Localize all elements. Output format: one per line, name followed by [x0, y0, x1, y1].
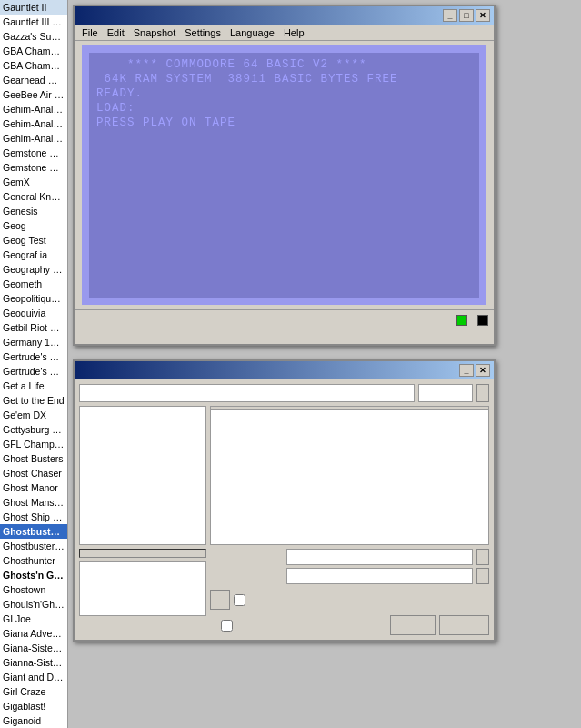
- screen-line: READY.: [96, 87, 472, 100]
- joystick-led: [477, 315, 488, 326]
- sidebar-item[interactable]: Gertrude's Puzzles: [0, 349, 67, 364]
- screen-line: PRESS PLAY ON TAPE: [96, 116, 472, 129]
- tape-led: [456, 315, 467, 326]
- sidebar-item[interactable]: Gianna-Sisters G...: [0, 655, 67, 670]
- sidebar-item[interactable]: GBA Championship Ba...: [0, 58, 67, 73]
- filter-input[interactable]: [418, 384, 473, 402]
- file-list[interactable]: [210, 406, 489, 545]
- images-list[interactable]: [79, 561, 206, 616]
- cancel-button[interactable]: [439, 615, 489, 635]
- sidebar-item[interactable]: Ghost Busters: [0, 451, 67, 466]
- sidebar-item[interactable]: Giganoid: [0, 713, 67, 728]
- sidebar-item[interactable]: GI Joe: [0, 612, 67, 626]
- apply-checkbox[interactable]: [221, 620, 233, 632]
- sidebar-item[interactable]: Ghostbusters: [0, 524, 67, 539]
- sidebar-item[interactable]: Ghouls'n'Ghosts: [0, 597, 67, 612]
- game-list[interactable]: Gauntlet IIGauntlet III - The Final...Ga…: [0, 0, 68, 728]
- sidebar-item[interactable]: Geograf ia: [0, 248, 67, 262]
- sidebar-item[interactable]: Ghost Ship [Preview]: [0, 510, 67, 524]
- clear-button[interactable]: [476, 549, 489, 565]
- sidebar-item[interactable]: Giana Adventure...: [0, 626, 67, 641]
- sidebar-item[interactable]: Get a Life: [0, 379, 67, 393]
- file-list-header: [211, 407, 488, 410]
- selector-close-button[interactable]: ✕: [476, 364, 490, 377]
- maximize-button[interactable]: □: [459, 9, 474, 22]
- sidebar-item[interactable]: Geometh: [0, 277, 67, 291]
- change-button[interactable]: [476, 568, 489, 584]
- vice-menubar: FileEditSnapshotSettingsLanguageHelp: [75, 25, 494, 41]
- sidebar-item[interactable]: Geography Quiz: [0, 262, 67, 277]
- sidebar-item[interactable]: Gettysburg - The Turnin...: [0, 422, 67, 437]
- sidebar-item[interactable]: General Knowledge Bui...: [0, 189, 67, 204]
- sidebar-item[interactable]: Ghost Chaser: [0, 466, 67, 480]
- sidebar-item[interactable]: Genesis: [0, 204, 67, 218]
- bottom-section: [79, 549, 489, 635]
- t64-info-box: [79, 549, 206, 558]
- sidebar-item[interactable]: Ghost Mansion II: [0, 495, 67, 510]
- sidebar-item[interactable]: Gearhead Garage BASI...: [0, 73, 67, 87]
- qemus-checkbox[interactable]: [234, 594, 245, 606]
- joystick-indicator: [475, 315, 488, 326]
- runnable-file-row: [210, 568, 489, 584]
- sidebar-item[interactable]: Geoquivia: [0, 306, 67, 320]
- sidebar-item[interactable]: Geog: [0, 218, 67, 233]
- left-bottom-panel: [79, 549, 206, 635]
- sidebar-item[interactable]: Gemstone Healer: [0, 146, 67, 160]
- action-buttons-row: [210, 590, 489, 610]
- sidebar-item[interactable]: Ge'em DX: [0, 408, 67, 422]
- sidebar-item[interactable]: Gauntlet II: [0, 0, 67, 15]
- selected-file-input[interactable]: [286, 549, 473, 565]
- sidebar-item[interactable]: Ghostown: [0, 582, 67, 597]
- selector-minimize-button[interactable]: _: [459, 364, 474, 377]
- sidebar-item[interactable]: Gigablast!: [0, 699, 67, 713]
- sidebar-item[interactable]: Getbil Riot of 67, The: [0, 320, 67, 335]
- sidebar-item[interactable]: Giana-Sisters 3D...: [0, 641, 67, 655]
- sidebar-item[interactable]: Germany 1985 - When...: [0, 335, 67, 349]
- c64-display: **** COMMODORE 64 BASIC V2 **** 64K RAM …: [89, 53, 479, 298]
- path-input[interactable]: [79, 384, 415, 402]
- sidebar-item[interactable]: Ghost Manor: [0, 480, 67, 495]
- sidebar-item[interactable]: Girl Craze: [0, 684, 67, 699]
- vice-menu-item[interactable]: Help: [280, 26, 308, 39]
- vice-menu-item[interactable]: Language: [226, 26, 278, 39]
- vice-menu-item[interactable]: Snapshot: [130, 26, 179, 39]
- sidebar-item[interactable]: Gazza's Super Soccer: [0, 29, 67, 44]
- sidebar-item[interactable]: Ghosts'n Gob...: [0, 568, 67, 582]
- sidebar-item[interactable]: Geog Test: [0, 233, 67, 248]
- main-content: [79, 406, 489, 545]
- selector-titlebar: _ ✕: [75, 361, 494, 379]
- sidebar-item[interactable]: Gemstone Warrior: [0, 160, 67, 175]
- sidebar-item[interactable]: Ghosthunter: [0, 553, 67, 568]
- sidebar-item[interactable]: Geopolitique 1990: [0, 291, 67, 306]
- sidebar-item[interactable]: GFL Championship Foo...: [0, 437, 67, 451]
- sidebar-item[interactable]: Gehim-Analyse II: [0, 116, 67, 131]
- sidebar-item[interactable]: Gertrude's Secrets: [0, 364, 67, 379]
- folder-tree[interactable]: [79, 406, 206, 545]
- right-bottom-panel: [210, 549, 489, 635]
- sidebar-item[interactable]: Gehim-Analyse: [0, 102, 67, 116]
- selector-body: [75, 379, 494, 640]
- sidebar-item[interactable]: Gehim-Analyse III: [0, 131, 67, 146]
- vice-menu-item[interactable]: Settings: [181, 26, 225, 39]
- sidebar-item[interactable]: GeeBee Air Rally: [0, 87, 67, 102]
- ok-button[interactable]: [390, 615, 436, 635]
- selector-window: _ ✕: [73, 359, 496, 642]
- vice-menu-item[interactable]: Edit: [104, 26, 128, 39]
- sidebar-item[interactable]: Get to the End: [0, 393, 67, 408]
- sidebar-item[interactable]: Giant and Dwarf: [0, 670, 67, 684]
- vice-menu-item[interactable]: File: [78, 26, 102, 39]
- sidebar-item[interactable]: Ghostbusters II: [0, 539, 67, 553]
- screen-line: 64K RAM SYSTEM 38911 BASIC BYTES FREE: [96, 73, 472, 86]
- tape-indicator: [448, 315, 467, 326]
- sidebar-item[interactable]: GemX: [0, 175, 67, 189]
- sidebar-item[interactable]: GBA Championship Ba...: [0, 44, 67, 58]
- test-button[interactable]: [210, 590, 230, 610]
- refresh-button[interactable]: [476, 384, 489, 402]
- sidebar-item[interactable]: Gauntlet III - The Final...: [0, 15, 67, 29]
- apply-checkbox-row: [221, 620, 386, 632]
- screen-line: **** COMMODORE 64 BASIC V2 ****: [96, 58, 472, 71]
- minimize-button[interactable]: _: [443, 9, 457, 22]
- close-button[interactable]: ✕: [476, 9, 490, 22]
- runnable-file-input[interactable]: [286, 568, 473, 584]
- vice-screen: **** COMMODORE 64 BASIC V2 **** 64K RAM …: [82, 46, 486, 305]
